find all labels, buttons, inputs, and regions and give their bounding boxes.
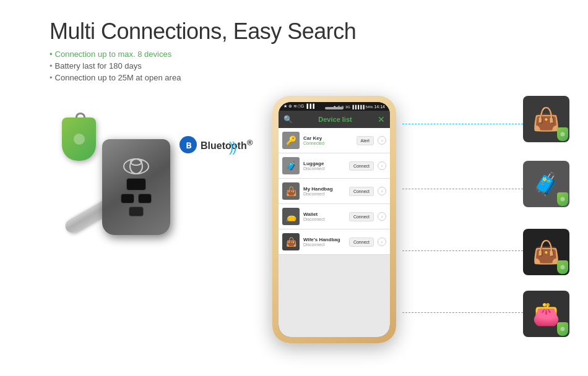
device-info-car-key: Car Key Connected — [303, 135, 353, 146]
handbag-image: 👜 — [523, 229, 569, 275]
tracker-on-handbag — [557, 260, 568, 274]
tracker-on-luggage — [557, 192, 568, 206]
device-icon-wallet: 👝 — [282, 208, 300, 225]
device-item-handbag: 👜 My Handbag Disconnect Connect › — [279, 179, 390, 204]
svg-point-1 — [130, 159, 142, 174]
device-icon-handbag: 👜 — [282, 182, 300, 200]
device-info-wifes-handbag: Wife's Handbag Disconnect — [303, 237, 345, 247]
connection-line-4 — [402, 312, 523, 313]
phone-outer-shell: ★ ⊕ ≋ 3G ▐▐▐ ★ ⊕ ≋ 3G ▐▐▐▐▐ 54% 14:14 🔍 … — [272, 96, 396, 343]
phone-mockup: ★ ⊕ ≋ 3G ▐▐▐ ★ ⊕ ≋ 3G ▐▐▐▐▐ 54% 14:14 🔍 … — [272, 96, 396, 343]
key-btn-4 — [129, 207, 144, 216]
key-btn-3 — [138, 194, 152, 203]
shoulder-bag-image: 👜 — [523, 96, 569, 142]
device-status-car-key: Connected — [303, 141, 353, 145]
device-info-wallet: Wallet Disconnect — [303, 212, 345, 222]
device-status-wallet: Disconnect — [303, 217, 345, 221]
connect-button-wallet[interactable]: Connect — [349, 212, 374, 221]
accessory-wallet: 👛 — [523, 291, 569, 337]
car-key-fob — [102, 139, 170, 235]
accessory-shoulder-bag: 👜 — [523, 96, 569, 142]
device-list-title: Device list — [318, 116, 352, 123]
chevron-icon-luggage[interactable]: › — [378, 161, 386, 170]
page-title: Multi Connections, Easy Search — [50, 19, 356, 45]
key-btn-row — [121, 194, 152, 203]
device-name-luggage: Luggage — [303, 161, 345, 167]
device-status-wifes-handbag: Disconnect — [303, 242, 345, 247]
chevron-icon-car-key[interactable]: › — [378, 136, 386, 145]
accessory-handbag: 👜 — [523, 229, 569, 275]
device-info-luggage: Luggage Disconnect — [303, 161, 345, 171]
device-status-luggage: Disconnect — [303, 166, 345, 171]
device-name-handbag: My Handbag — [303, 186, 345, 192]
luggage-image: 🧳 — [523, 161, 569, 207]
device-icon-luggage: 🧳 — [282, 157, 300, 174]
feature-item-3: Connection up to 25M at open area — [50, 73, 356, 82]
phone-screen: ★ ⊕ ≋ 3G ▐▐▐ ★ ⊕ ≋ 3G ▐▐▐▐▐ 54% 14:14 🔍 … — [279, 102, 390, 337]
key-btn-1 — [126, 178, 146, 190]
key-btn-2 — [121, 194, 134, 203]
device-name-wifes-handbag: Wife's Handbag — [303, 237, 345, 243]
phone-camera — [297, 105, 301, 108]
app-toolbar: 🔍 Device list ✕ — [279, 111, 390, 128]
device-name-car-key: Car Key — [303, 135, 353, 142]
connect-button-handbag[interactable]: Connect — [349, 187, 374, 196]
connection-line-3 — [402, 250, 523, 251]
device-item-wifes-handbag: 👜 Wife's Handbag Disconnect Connect › — [279, 229, 390, 255]
chevron-icon-handbag[interactable]: › — [378, 187, 386, 195]
device-icon-car-key: 🔑 — [282, 132, 300, 149]
device-info-handbag: My Handbag Disconnect — [303, 186, 345, 197]
connect-button-wifes-handbag[interactable]: Connect — [349, 237, 374, 247]
feature-list: Connection up to max. 8 devices Battery … — [50, 49, 356, 82]
app-close-icon[interactable]: ✕ — [378, 114, 385, 124]
device-name-wallet: Wallet — [303, 212, 345, 218]
connection-line-1 — [402, 124, 523, 124]
svg-point-0 — [124, 159, 149, 174]
keys-illustration — [46, 121, 232, 312]
wallet-image: 👛 — [523, 291, 569, 337]
alert-button-car-key[interactable]: Alert — [357, 136, 374, 145]
key-fob-buttons — [121, 178, 152, 216]
tracker-on-wallet — [557, 322, 568, 336]
device-item-car-key: 🔑 Car Key Connected Alert › — [279, 128, 390, 153]
chevron-icon-wallet[interactable]: › — [378, 212, 386, 221]
toyota-logo-icon — [123, 158, 149, 174]
chevron-icon-wifes-handbag[interactable]: › — [378, 237, 386, 246]
feature-item-2: Battery last for 180 days — [50, 61, 356, 70]
accessory-luggage: 🧳 — [523, 161, 569, 207]
tracker-on-shoulder-bag — [557, 127, 568, 141]
connect-button-luggage[interactable]: Connect — [349, 161, 374, 171]
device-icon-wifes-handbag: 👜 — [282, 233, 300, 250]
phone-speaker — [325, 107, 344, 109]
device-item-luggage: 🧳 Luggage Disconnect Connect › — [279, 153, 390, 179]
device-item-wallet: 👝 Wallet Disconnect Connect › — [279, 204, 390, 229]
feature-item-1: Connection up to max. 8 devices — [50, 49, 356, 59]
device-status-handbag: Disconnect — [303, 192, 345, 196]
app-search-icon[interactable]: 🔍 — [283, 115, 293, 124]
svg-point-2 — [131, 159, 142, 165]
connection-line-2 — [402, 189, 523, 189]
page-header: Multi Connections, Easy Search Connectio… — [50, 19, 356, 85]
device-list: 🔑 Car Key Connected Alert › 🧳 Luggage Di… — [279, 128, 390, 337]
